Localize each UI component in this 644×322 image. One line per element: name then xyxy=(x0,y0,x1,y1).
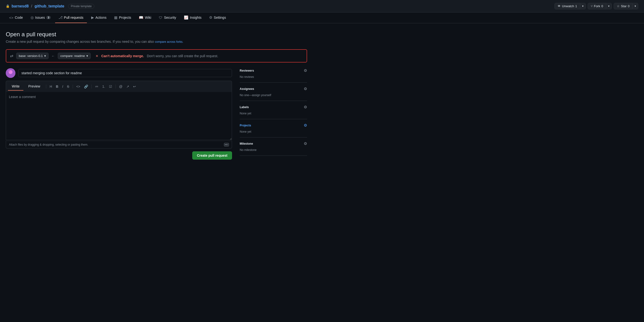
branch-compare-icon: ⇄ xyxy=(10,54,13,58)
nav-label-security: Security xyxy=(164,16,176,19)
unwatch-button[interactable]: 👁 Unwatch 1 xyxy=(555,3,580,9)
pr-form-area: Write Preview H B I S <> 🔗 ≔ 1. ☑ @ xyxy=(6,68,307,160)
unwatch-count: 1 xyxy=(575,4,577,8)
markdown-icon: MD xyxy=(224,143,229,146)
comment-textarea[interactable] xyxy=(6,92,232,140)
toolbar-mention-btn[interactable]: @ xyxy=(118,84,124,89)
toolbar-heading-btn[interactable]: H xyxy=(48,84,54,89)
nav-label-projects: Projects xyxy=(119,16,131,19)
toolbar-italic-btn[interactable]: I xyxy=(61,84,64,89)
toolbar-ol-btn[interactable]: 1. xyxy=(101,84,106,89)
star-icon: ☆ xyxy=(617,4,620,8)
main-content: Open a pull request Create a new pull re… xyxy=(0,23,313,167)
unwatch-dropdown[interactable]: ▾ xyxy=(580,3,586,9)
merge-banner: ⇄ base: version-0.1 ▾ ← compare: readme … xyxy=(6,49,307,62)
toolbar-bold-btn[interactable]: B xyxy=(54,84,60,89)
repo-separator: / xyxy=(31,4,32,8)
fork-dropdown[interactable]: ▾ xyxy=(606,3,612,9)
wiki-icon: 📖 xyxy=(139,15,144,20)
private-badge: Private template xyxy=(68,4,94,9)
labels-gear-button[interactable]: ⚙ xyxy=(304,105,307,109)
reviewers-empty: No reviews xyxy=(240,75,254,79)
nav-item-pull-requests[interactable]: ⎇ Pull requests xyxy=(55,12,87,23)
toolbar-tasklist-btn[interactable]: ☑ xyxy=(108,84,114,89)
sidebar-milestone: Milestone ⚙ No milestone xyxy=(240,138,307,156)
nav-label-settings: Settings xyxy=(214,16,226,19)
star-group: ☆ Star 0 ▾ xyxy=(614,3,638,9)
fork-label: Fork xyxy=(594,4,600,8)
nav-label-code: Code xyxy=(15,16,23,19)
nav-item-settings[interactable]: ⚙ Settings xyxy=(206,12,229,23)
page-title: Open a pull request xyxy=(6,31,307,38)
nav-item-insights[interactable]: 📈 Insights xyxy=(180,12,205,23)
nav-item-code[interactable]: <> Code xyxy=(6,13,26,23)
star-label: Star xyxy=(621,4,627,8)
fork-icon: ⑂ xyxy=(591,4,593,8)
reviewers-gear-button[interactable]: ⚙ xyxy=(304,68,307,73)
pr-sidebar: Reviewers ⚙ No reviews Assignees ⚙ No on… xyxy=(240,68,307,156)
toolbar-divider-3 xyxy=(92,85,92,88)
repo-name[interactable]: github_template xyxy=(35,4,64,8)
toolbar-ref-btn[interactable]: ↗ xyxy=(125,84,131,89)
nav-item-actions[interactable]: ▶ Actions xyxy=(88,12,110,23)
settings-icon: ⚙ xyxy=(209,15,212,20)
sidebar-assignees: Assignees ⚙ No one—assign yourself xyxy=(240,83,307,101)
top-bar: 🔒 barnesd8 / github_template Private tem… xyxy=(0,0,644,12)
attach-text: Attach files by dragging & dropping, sel… xyxy=(9,143,88,146)
compare-forks-link[interactable]: compare across forks. xyxy=(155,40,183,43)
editor-box: Write Preview H B I S <> 🔗 ≔ 1. ☑ @ xyxy=(6,81,232,149)
toolbar-divider-1 xyxy=(46,85,46,88)
editor-toolbar: Write Preview H B I S <> 🔗 ≔ 1. ☑ @ xyxy=(6,81,232,92)
base-branch-select[interactable]: base: version-0.1 ▾ xyxy=(16,53,48,59)
labels-header: Labels ⚙ xyxy=(240,105,307,109)
tab-write[interactable]: Write xyxy=(8,82,23,91)
compare-branch-select[interactable]: compare: readme ▾ xyxy=(58,53,91,59)
milestone-empty: No milestone xyxy=(240,148,256,152)
assignees-gear-button[interactable]: ⚙ xyxy=(304,87,307,91)
toolbar-code-btn[interactable]: <> xyxy=(75,84,82,89)
labels-empty: None yet xyxy=(240,112,251,115)
assignees-title: Assignees xyxy=(240,87,254,91)
page-subtitle: Create a new pull request by comparing c… xyxy=(6,40,307,43)
issues-icon: ◎ xyxy=(30,15,34,20)
issues-badge: 3 xyxy=(46,16,50,19)
projects-gear-button[interactable]: ⚙ xyxy=(304,123,307,128)
repo-owner-link[interactable]: barnesd8 xyxy=(12,4,29,8)
toolbar-link-btn[interactable]: 🔗 xyxy=(82,84,90,89)
nav-label-pull-requests: Pull requests xyxy=(64,16,84,19)
milestone-header: Milestone ⚙ xyxy=(240,141,307,146)
pr-title-input[interactable] xyxy=(18,69,232,77)
fork-group: ⑂ Fork 0 ▾ xyxy=(588,3,612,9)
milestone-gear-button[interactable]: ⚙ xyxy=(304,141,307,146)
projects-title: Projects xyxy=(240,124,251,127)
reviewers-header: Reviewers ⚙ xyxy=(240,68,307,73)
sidebar-projects: Projects ⚙ None yet xyxy=(240,119,307,138)
code-icon: <> xyxy=(9,16,14,20)
toolbar-divider-4 xyxy=(116,85,116,88)
nav-label-insights: Insights xyxy=(190,16,202,19)
unwatch-label: Unwatch xyxy=(562,4,574,8)
create-pr-button[interactable]: Create pull request xyxy=(192,151,232,160)
tab-preview[interactable]: Preview xyxy=(24,82,44,91)
cant-merge-error: Can't automatically merge. xyxy=(101,54,144,58)
star-dropdown[interactable]: ▾ xyxy=(632,3,638,9)
nav-item-security[interactable]: 🛡 Security xyxy=(156,13,180,23)
nav-item-wiki[interactable]: 📖 Wiki xyxy=(136,12,154,23)
sidebar-reviewers: Reviewers ⚙ No reviews xyxy=(240,68,307,83)
nav-label-actions: Actions xyxy=(96,16,106,19)
toolbar-undo-btn[interactable]: ↩ xyxy=(132,84,138,89)
fork-count: 0 xyxy=(602,4,603,8)
nav-item-issues[interactable]: ◎ Issues 3 xyxy=(27,12,54,23)
star-button[interactable]: ☆ Star 0 xyxy=(614,3,632,9)
x-icon: ✕ xyxy=(96,54,98,58)
labels-title: Labels xyxy=(240,106,249,109)
nav-item-projects[interactable]: ▦ Projects xyxy=(111,12,134,23)
fork-button[interactable]: ⑂ Fork 0 xyxy=(588,3,606,9)
base-branch-chevron: ▾ xyxy=(44,54,46,58)
milestone-title: Milestone xyxy=(240,142,253,145)
toolbar-ul-btn[interactable]: ≔ xyxy=(94,84,100,89)
assignees-empty: No one—assign yourself xyxy=(240,93,271,97)
actions-icon: ▶ xyxy=(91,15,94,20)
compare-branch-label: compare: readme xyxy=(60,54,85,58)
toolbar-strikethrough-btn[interactable]: S xyxy=(66,84,70,89)
